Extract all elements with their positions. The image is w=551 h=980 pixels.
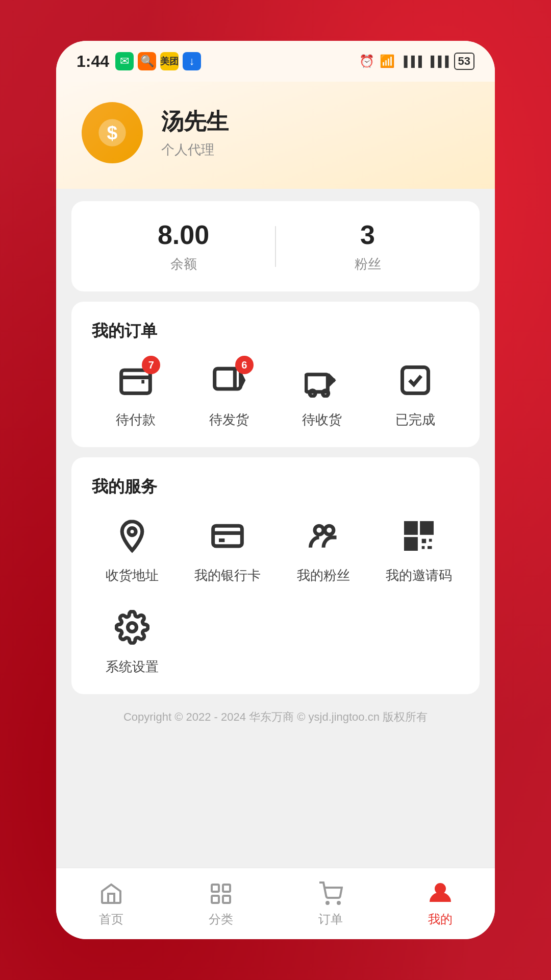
signal2-icon: ▐▐▐ [427,56,449,67]
card-icon [210,519,245,553]
order-pending-payment[interactable]: 7 待付款 [92,358,180,429]
wifi-icon: 📶 [380,54,395,68]
services-card: 我的服务 收货地址 [71,457,480,694]
profile-icon [428,881,453,906]
nav-profile[interactable]: 我的 [385,880,495,927]
alarm-icon: ⏰ [359,54,374,68]
delivery-icon-wrapper [299,358,344,403]
service-settings[interactable]: 系统设置 [92,605,172,676]
settings-icon [115,610,149,645]
orders-title: 我的订单 [92,320,459,342]
nav-home[interactable]: 首页 [56,880,166,927]
status-left: 1:44 ✉ 🔍 美团 ↓ [77,52,201,71]
location-icon [115,519,149,553]
settings-icon-wrapper [110,605,155,650]
balance-card: 8.00 余额 3 粉丝 [71,201,480,291]
status-right: ⏰ 📶 ▐▐▐ ▐▐▐ 53 [359,53,474,70]
service-address[interactable]: 收货地址 [92,513,172,584]
address-label: 收货地址 [106,567,159,584]
cart-icon-wrapper [317,880,344,907]
nav-orders[interactable]: 订单 [276,880,385,927]
svg-rect-22 [422,546,425,549]
qrcode-icon-wrapper [396,513,441,558]
check-icon-wrapper [393,358,438,403]
bottom-nav: 首页 分类 订单 [56,868,495,939]
service-bankcard[interactable]: 我的银行卡 [188,513,268,584]
profile-row: $ 汤先生 个人代理 [82,102,469,163]
profile-info: 汤先生 个人代理 [161,107,229,159]
svg-rect-15 [408,524,415,531]
location-icon-wrapper [110,513,155,558]
category-icon-wrapper [208,880,234,907]
services-title: 我的服务 [92,476,459,498]
copyright: Copyright © 2022 - 2024 华东万商 © ysjd.jing… [71,704,480,735]
home-icon [99,881,123,906]
status-icons: ✉ 🔍 美团 ↓ [115,52,201,70]
svg-point-8 [129,528,136,535]
status-bar: 1:44 ✉ 🔍 美团 ↓ ⏰ 📶 ▐▐▐ ▐▐▐ 53 [56,41,495,82]
header-area: $ 汤先生 个人代理 [56,82,495,189]
meituan-icon: 美团 [160,52,179,70]
svg-rect-9 [213,526,242,546]
balance-label: 余额 [170,255,197,273]
battery-indicator: 53 [454,53,474,70]
other-icon: ↓ [183,52,201,70]
card-icon-wrapper [205,513,250,558]
profile-nav-label: 我的 [428,911,453,927]
category-label: 分类 [209,911,233,927]
check-icon [398,363,433,398]
signal1-icon: ▐▐▐ [400,56,422,67]
order-pending-receive[interactable]: 待收货 [278,358,366,429]
svg-rect-26 [223,885,230,892]
service-fans[interactable]: 我的粉丝 [283,513,364,584]
svg-rect-28 [223,896,230,903]
svg-rect-3 [214,369,240,389]
cart-icon [318,881,343,906]
orders-grid: 7 待付款 6 待发货 [92,358,459,429]
qrcode-icon [402,519,436,553]
balance-value: 8.00 [158,219,209,250]
avatar: $ [82,102,143,163]
invite-label: 我的邀请码 [386,567,452,584]
svg-rect-17 [423,524,431,531]
delivery-icon [305,363,339,398]
svg-rect-25 [212,885,219,892]
send-icon-wrapper: 6 [207,358,252,403]
svg-rect-19 [408,541,415,548]
search-app-icon: 🔍 [138,52,156,70]
home-icon-wrapper [98,880,124,907]
category-icon [209,881,233,906]
completed-label: 已完成 [395,411,435,429]
settings-label: 系统设置 [106,658,159,676]
profile-name: 汤先生 [161,107,229,137]
services-grid: 收货地址 我的银行卡 [92,513,459,676]
svg-point-30 [338,902,340,904]
pending-payment-label: 待付款 [116,411,156,429]
svg-point-29 [327,902,329,904]
wechat-icon: ✉ [115,52,134,70]
service-invite[interactable]: 我的邀请码 [379,513,460,584]
home-label: 首页 [99,911,123,927]
nav-category[interactable]: 分类 [166,880,276,927]
balance-item: 8.00 余额 [92,219,275,273]
content-area: 8.00 余额 3 粉丝 我的订单 [56,189,495,868]
bankcard-label: 我的银行卡 [194,567,261,584]
status-time: 1:44 [77,52,109,71]
svg-rect-20 [422,539,427,544]
order-completed[interactable]: 已完成 [371,358,460,429]
fans-service-label: 我的粉丝 [297,567,350,584]
fans-icon-wrapper [301,513,346,558]
phone-frame: 1:44 ✉ 🔍 美团 ↓ ⏰ 📶 ▐▐▐ ▐▐▐ 53 $ [56,41,495,939]
svg-point-13 [325,526,334,534]
orders-card: 我的订单 7 待付款 [71,302,480,447]
orders-nav-label: 订单 [318,911,343,927]
order-pending-ship[interactable]: 6 待发货 [185,358,273,429]
svg-text:$: $ [107,122,118,143]
svg-rect-21 [429,539,432,542]
svg-point-24 [128,623,136,632]
pending-receive-label: 待收货 [302,411,342,429]
svg-rect-23 [428,546,432,549]
fans-item: 3 粉丝 [276,219,459,273]
dollar-icon: $ [96,116,129,149]
wallet-icon-wrapper: 7 [113,358,158,403]
